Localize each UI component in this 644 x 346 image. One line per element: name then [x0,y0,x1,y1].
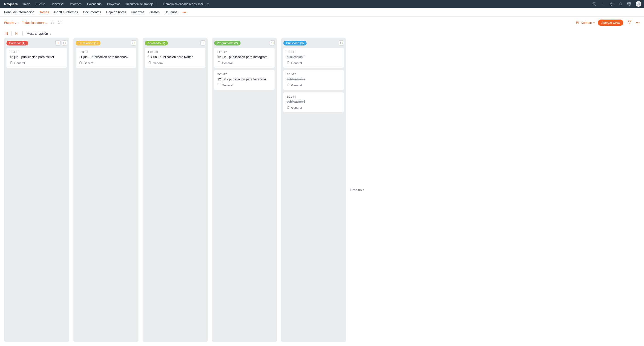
columns-settings-icon[interactable] [3,31,9,36]
task-card[interactable]: EC1-T4publicación 1General [283,92,344,112]
more-actions-icon[interactable]: ••• [636,21,640,24]
project-selector[interactable]: Ejemplo calendario redes soci... ▾ [163,2,208,6]
more-tabs-icon[interactable]: ••• [182,10,186,14]
task-card[interactable]: EC1-T313 jun - publicación para twitterG… [145,48,206,68]
task-card[interactable]: EC1-T114 jun - Publicación para facebook… [76,48,136,68]
kanban-column: En revisión (1)EC1-T114 jun - Publicació… [73,38,138,342]
divider [22,31,22,36]
tab-finanzas[interactable]: Finanzas [131,10,144,14]
add-task-button[interactable]: Agregar tarea [598,19,624,26]
caret-down-icon: ▾ [594,21,594,24]
svg-marker-12 [628,21,631,24]
task-code: EC1-T1 [79,50,133,54]
add-card-icon[interactable] [56,40,60,45]
gear-icon[interactable] [627,2,631,6]
tab-tareas[interactable]: Tareas [40,10,49,14]
topbar-actions: BC [592,1,641,7]
crumb-todas[interactable]: Todas las tareas ▾ [22,21,48,24]
avatar[interactable]: BC [636,1,641,7]
view-label: Kanban [581,21,592,24]
tab-documentos[interactable]: Documentos [83,10,101,14]
tab-gastos[interactable]: Gastos [150,10,160,14]
tab-hoja[interactable]: Hoja de horas [106,10,126,14]
filter-icon[interactable] [628,20,632,25]
caret-down-icon: ▾ [46,22,48,24]
column-cycle-icon[interactable] [270,40,274,45]
nav-fuente[interactable]: Fuente [36,2,45,6]
clipboard-icon [217,83,220,87]
chevron-down-icon: ▾ [207,2,209,6]
task-code: EC1-T8 [10,50,64,54]
divider [12,31,12,36]
bell-icon[interactable] [618,2,622,6]
tab-gantt[interactable]: Gantt e informes [54,10,78,14]
clipboard-icon [148,61,151,65]
column-status-badge[interactable]: En revisión (1) [76,41,100,45]
task-meta: General [79,61,133,65]
clipboard-icon [10,61,13,65]
nav-proyectos[interactable]: Proyectos [107,2,120,6]
task-card[interactable]: EC1-T5publicación 2General [283,70,344,90]
svg-line-1 [595,4,596,5]
task-card[interactable]: EC1-T815 jun - publicación para twitterG… [6,48,67,68]
column-header: Borrador (1) [6,40,67,45]
column-cycle-icon[interactable] [200,40,206,45]
tab-panel[interactable]: Panel de información [4,10,34,14]
task-meta: General [286,83,341,87]
column-cycle-icon[interactable] [339,40,344,45]
kanban-column: Aprobado (1)EC1-T313 jun - publicación p… [142,38,208,342]
task-code: EC1-T3 [148,50,202,54]
chevron-right-icon: › [18,21,20,24]
clipboard-icon [286,106,290,110]
breadcrumb: Estado ▾ › Todas las tareas ▾ [4,21,48,24]
timer-icon[interactable] [610,2,614,6]
task-meta: General [10,61,64,65]
view-selector[interactable]: Kanban ▾ [576,21,594,24]
clipboard-icon [286,83,290,87]
task-meta: General [217,61,272,65]
nav-calendario[interactable]: Calendario [87,2,102,6]
task-title: 12 jun - publicación para facebook [217,77,272,81]
project-name: Ejemplo calendario redes soci... [163,2,205,6]
task-meta: General [148,61,202,65]
nav-inicio[interactable]: Inicio [23,2,30,6]
svg-point-7 [628,3,630,4]
column-cycle-icon[interactable] [131,40,136,45]
app-brand: Projects [4,2,18,6]
task-card[interactable]: EC1-T6publicación 3General [283,48,344,68]
column-status-badge[interactable]: Publicado (3) [283,41,306,45]
column-header: Publicado (3) [283,40,344,45]
tab-usuarios[interactable]: Usuarios [165,10,177,14]
task-code: EC1-T2 [217,50,272,54]
task-card[interactable]: EC1-T212 jun - publicación para instagra… [214,48,274,68]
task-meta: General [286,61,341,65]
svg-marker-8 [51,21,54,24]
column-status-badge[interactable]: Borrador (1) [6,41,28,45]
collapse-columns-icon[interactable] [14,31,20,36]
show-options-toggle[interactable]: Mostrar opción ⌄ [27,32,52,35]
chevron-down-icon: ⌄ [50,32,52,35]
column-status-badge[interactable]: Aprobado (1) [145,41,168,45]
task-meta: General [217,83,272,87]
column-status-badge[interactable]: Programado (2) [214,41,240,45]
task-card[interactable]: EC1-T712 jun - publicación para facebook… [214,70,274,90]
nav-resumen[interactable]: Resumen del trabajo [126,2,154,6]
option-bar: Mostrar opción ⌄ [0,29,644,38]
caret-down-icon: ▾ [15,22,16,24]
add-column-hint[interactable]: Cree un e [350,38,366,342]
column-cycle-icon[interactable] [62,40,67,45]
nav-informes[interactable]: Informes [70,2,82,6]
clipboard-icon [286,61,290,65]
task-title: publicación 2 [286,77,341,81]
task-tag: General [291,84,302,87]
crumb-estado[interactable]: Estado ▾ [4,21,16,24]
task-title: 14 jun - Publicación para facebook [79,55,133,59]
add-icon[interactable] [601,2,605,6]
search-icon[interactable] [592,2,596,6]
task-code: EC1-T7 [217,73,272,76]
star-icon[interactable] [50,20,54,25]
task-title: 12 jun - publicación para instagram [217,55,272,59]
refresh-icon[interactable] [58,21,61,25]
column-header: Aprobado (1) [145,40,206,45]
nav-conversar[interactable]: Conversar [50,2,64,6]
